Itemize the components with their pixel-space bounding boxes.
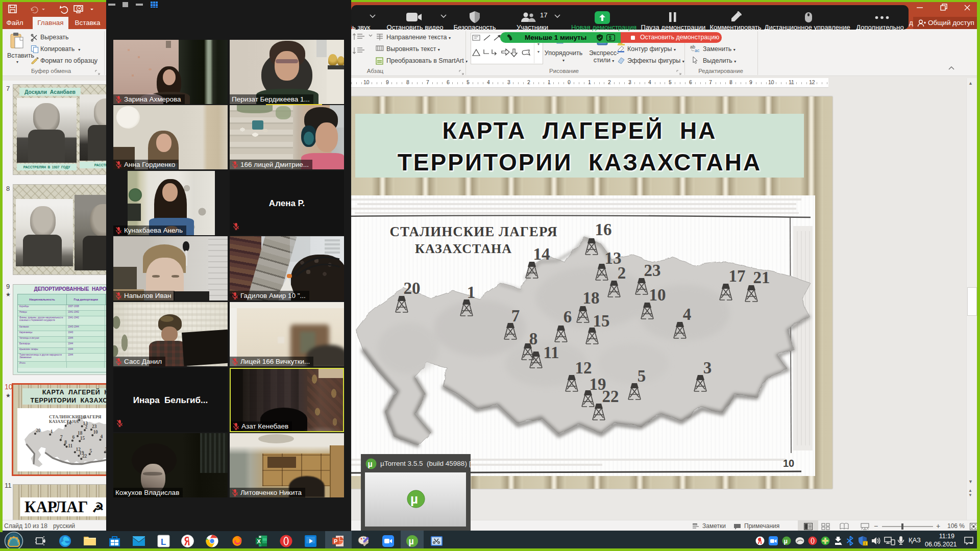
svg-text:µ: µ: [368, 460, 373, 468]
svg-text:20: 20: [36, 428, 41, 433]
svg-text:22: 22: [82, 454, 87, 459]
svg-text:4: 4: [100, 434, 103, 439]
svg-text:L: L: [161, 537, 166, 547]
svg-text:18: 18: [583, 289, 600, 307]
svg-text:3: 3: [703, 359, 712, 377]
svg-text:15: 15: [80, 436, 85, 441]
svg-text:2: 2: [85, 424, 88, 430]
svg-text:1: 1: [51, 429, 53, 434]
svg-text:P: P: [334, 538, 337, 544]
svg-text:µ: µ: [784, 537, 788, 545]
svg-text:16: 16: [595, 220, 612, 239]
svg-text:4: 4: [683, 305, 692, 323]
svg-text:5: 5: [89, 449, 92, 454]
svg-text:6: 6: [72, 435, 75, 440]
svg-text:1: 1: [467, 283, 476, 302]
svg-text:11: 11: [68, 443, 72, 448]
svg-text:!: !: [865, 541, 866, 546]
svg-text:23: 23: [644, 261, 661, 280]
svg-text:23: 23: [92, 424, 97, 429]
svg-text:6: 6: [564, 308, 572, 326]
svg-text:21: 21: [753, 268, 770, 287]
svg-text:18: 18: [78, 431, 83, 436]
svg-text:КАЗАХСТАНА: КАЗАХСТАНА: [415, 241, 512, 256]
svg-text:17: 17: [729, 267, 746, 285]
svg-text:15: 15: [593, 312, 610, 330]
svg-text:8: 8: [529, 330, 538, 348]
svg-text:7: 7: [511, 307, 520, 325]
svg-text:СТАЛИНСКИЕ ЛАГЕРЯ: СТАЛИНСКИЕ ЛАГЕРЯ: [389, 224, 557, 239]
svg-text:ac: ac: [695, 48, 700, 53]
svg-text:20: 20: [404, 279, 421, 297]
svg-text:10: 10: [649, 286, 666, 304]
svg-text:5: 5: [638, 367, 646, 385]
svg-text:11: 11: [543, 343, 559, 362]
svg-text:10: 10: [783, 458, 794, 469]
svg-text:14: 14: [533, 245, 550, 263]
svg-text:10: 10: [93, 430, 98, 435]
svg-text:X: X: [257, 538, 261, 544]
svg-text:$: $: [609, 35, 612, 40]
svg-text:СТАЛИНСКИЕ ЛАГЕРЯ: СТАЛИНСКИЕ ЛАГЕРЯ: [49, 414, 102, 419]
svg-text:12: 12: [575, 359, 592, 377]
svg-text:КАЗАХСТАНА: КАЗАХСТАНА: [49, 419, 79, 424]
svg-text:16: 16: [81, 415, 86, 420]
svg-text:2: 2: [618, 264, 626, 282]
svg-text:14: 14: [66, 420, 71, 425]
svg-text:22: 22: [602, 387, 619, 406]
svg-text:µ: µ: [409, 536, 414, 546]
svg-text:µ: µ: [410, 491, 418, 507]
